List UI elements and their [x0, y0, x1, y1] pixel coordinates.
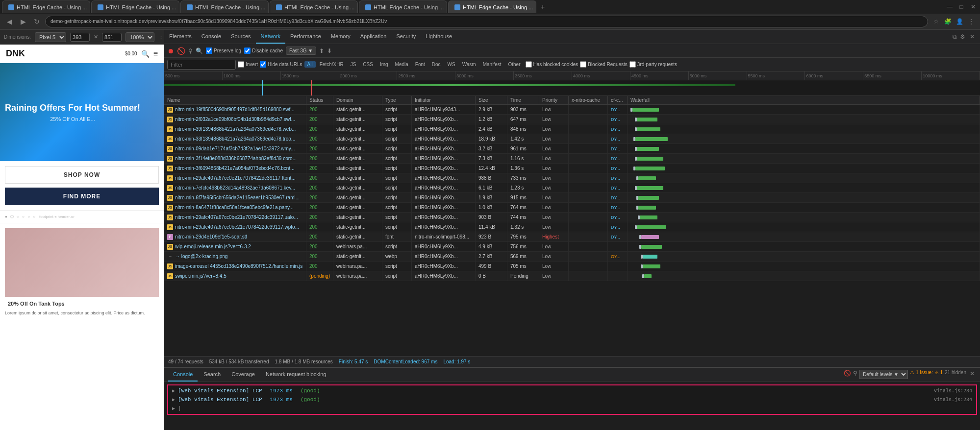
- col-header-status[interactable]: Status: [306, 96, 333, 104]
- address-bar[interactable]: demo-getnitropack-main-ivailo.nitropack.…: [45, 16, 928, 27]
- console-close-button[interactable]: ✕: [968, 370, 976, 378]
- table-row[interactable]: JS image-carousel 4455cd138e2490e890f751…: [164, 262, 980, 271]
- col-header-domain[interactable]: Domain: [333, 96, 382, 104]
- shop-now-button[interactable]: SHOP NOW: [5, 166, 159, 184]
- console-message-2[interactable]: ▶ [Web Vitals Extension] LCP 1973 ms (go…: [168, 395, 976, 404]
- console-tab-console[interactable]: Console: [168, 368, 198, 382]
- invert-checkbox[interactable]: Invert: [238, 61, 258, 68]
- download-icon[interactable]: ⬇: [327, 48, 332, 54]
- console-message-1[interactable]: ▶ [Web Vitals Extension] LCP 1973 ms (go…: [168, 386, 976, 395]
- search-icon[interactable]: 🔍: [196, 48, 203, 54]
- console-clear-icon[interactable]: 🚫: [844, 370, 851, 379]
- type-css[interactable]: CSS: [360, 61, 376, 68]
- profile-icon[interactable]: 👤: [955, 17, 964, 26]
- table-row[interactable]: → → logo@2x-kracing.png 200 static-getni…: [164, 252, 980, 262]
- blocked-requests-input[interactable]: [580, 61, 586, 68]
- table-row[interactable]: JS nitro-min-33f1394868b421a7a264a07369e…: [164, 134, 980, 144]
- tab-close-4[interactable]: ✕: [357, 4, 358, 10]
- col-header-priority[interactable]: Priority: [539, 96, 569, 104]
- browser-tab-6[interactable]: HTML Edge Cache - Using ... ✕: [448, 0, 536, 13]
- third-party-checkbox[interactable]: 3rd-party requests: [629, 61, 677, 68]
- col-header-xnitro[interactable]: x-nitro-cache: [569, 96, 608, 104]
- console-source-1[interactable]: vitals.js:234: [934, 388, 972, 394]
- browser-tab-5[interactable]: HTML Edge Cache - Using ... ✕: [359, 0, 447, 13]
- tab-console[interactable]: Console: [197, 30, 226, 44]
- bookmark-icon[interactable]: ☆: [931, 17, 941, 26]
- menu-icon[interactable]: ≡: [153, 49, 158, 58]
- type-doc[interactable]: Doc: [429, 61, 444, 68]
- filter-toggle-icon[interactable]: ⚲: [188, 48, 193, 54]
- forward-button[interactable]: ▶: [18, 16, 28, 27]
- browser-tab-4[interactable]: HTML Edge Cache - Using ... ✕: [270, 0, 358, 13]
- table-row[interactable]: F nitro-min-29d4e109ef1e5-soar.stf 200 s…: [164, 232, 980, 242]
- devtools-dock-icon[interactable]: ⧉: [953, 33, 957, 40]
- devtools-close-button[interactable]: ✕: [968, 33, 976, 41]
- type-img[interactable]: Img: [377, 61, 391, 68]
- type-all[interactable]: All: [304, 61, 316, 68]
- col-header-cfc[interactable]: cf-c...: [608, 96, 628, 104]
- preserve-log-input[interactable]: [206, 48, 212, 54]
- table-row[interactable]: JS nitro-min-3f14ef8e088d336b668774ahb82…: [164, 154, 980, 164]
- zoom-selector[interactable]: 100%: [126, 32, 154, 42]
- extensions-icon[interactable]: 🧩: [943, 17, 953, 26]
- width-input[interactable]: [70, 33, 90, 42]
- type-ws[interactable]: WS: [445, 61, 458, 68]
- hide-data-urls-input[interactable]: [260, 61, 266, 68]
- tab-sources[interactable]: Sources: [226, 30, 255, 44]
- devtools-settings-icon[interactable]: ⚙: [960, 33, 965, 40]
- third-party-input[interactable]: [629, 61, 636, 68]
- col-header-type[interactable]: Type: [382, 96, 412, 104]
- table-row[interactable]: JS nitro-min-8a6471f88ca8c58a1fcea05ebc9…: [164, 203, 980, 213]
- record-button[interactable]: ⏺: [167, 47, 174, 55]
- disable-cache-input[interactable]: [244, 48, 251, 54]
- tab-network[interactable]: Network: [256, 30, 285, 44]
- find-more-button[interactable]: FIND MORE: [5, 188, 159, 205]
- table-row[interactable]: JS nitro-min-6f7fa95f5cbr656da2e115eaer1…: [164, 193, 980, 203]
- console-tab-blocking[interactable]: Network request blocking: [261, 368, 331, 382]
- table-row[interactable]: JS nitro-min-3f6094868b421e7a054af073ebc…: [164, 164, 980, 173]
- back-button[interactable]: ◀: [4, 16, 15, 27]
- new-tab-button[interactable]: +: [537, 1, 548, 12]
- col-header-size[interactable]: Size: [476, 96, 507, 104]
- type-fetch-xhr[interactable]: Fetch/XHR: [317, 61, 347, 68]
- table-row[interactable]: JS nitro-min-29afc407a67cc0be21e7078422d…: [164, 222, 980, 232]
- blocked-cookies-checkbox[interactable]: Has blocked cookies: [526, 61, 578, 68]
- type-manifest[interactable]: Manifest: [480, 61, 504, 68]
- tab-close-6[interactable]: ✕: [536, 4, 536, 10]
- type-other[interactable]: Other: [505, 61, 523, 68]
- tab-elements[interactable]: Elements: [164, 30, 197, 44]
- refresh-button[interactable]: ↻: [31, 16, 42, 27]
- table-row[interactable]: JS wip-emoji-release.min.js?ver=6.3.2 20…: [164, 242, 980, 252]
- col-header-name[interactable]: Name: [164, 96, 306, 104]
- settings-icon[interactable]: ⋮: [966, 17, 976, 26]
- type-wasm[interactable]: Wasm: [459, 61, 479, 68]
- type-font[interactable]: Font: [412, 61, 428, 68]
- browser-tab-3[interactable]: HTML Edge Cache - Using ... ✕: [180, 0, 269, 13]
- maximize-button[interactable]: □: [956, 2, 966, 12]
- table-row[interactable]: JS nitro-min-29afc407a67cc0be21e7078422d…: [164, 213, 980, 222]
- table-row[interactable]: JS nitro-min-29afc407a67cc0e21e7078422dc…: [164, 173, 980, 183]
- throttle-select[interactable]: Fast 3G ▼: [286, 47, 316, 55]
- col-header-time[interactable]: Time: [507, 96, 539, 104]
- type-media[interactable]: Media: [392, 61, 411, 68]
- tab-memory[interactable]: Memory: [326, 30, 355, 44]
- console-source-2[interactable]: vitals.js:234: [934, 397, 972, 403]
- table-row[interactable]: JS nitro-min-09dab1e7174af3cb7d3f2a1ae10…: [164, 144, 980, 154]
- table-row[interactable]: JS nitro-min-39f1394868b421a7a264a07369e…: [164, 124, 980, 134]
- height-input[interactable]: [102, 33, 122, 42]
- upload-icon[interactable]: ⬆: [319, 48, 324, 54]
- tab-close-1[interactable]: ✕: [90, 4, 90, 10]
- table-row[interactable]: JS nitro-min-2f032a1ce09bf06bf04b1d30fb9…: [164, 115, 980, 124]
- browser-tab-1[interactable]: HTML Edge Cache - Using ... ✕: [2, 0, 90, 13]
- console-tab-search[interactable]: Search: [199, 368, 226, 382]
- console-filter-icon[interactable]: ⚲: [853, 370, 857, 379]
- table-row[interactable]: JS nitro-min-7efcfc463b823d14a48932ae7da…: [164, 183, 980, 193]
- close-window-button[interactable]: ✕: [968, 2, 978, 12]
- console-message-3[interactable]: ▶ |: [168, 404, 976, 413]
- browser-tab-2[interactable]: HTML Edge Cache - Using ... ✕: [91, 0, 179, 13]
- tab-performance[interactable]: Performance: [285, 30, 326, 44]
- search-icon[interactable]: 🔍: [141, 50, 150, 58]
- col-header-initiator[interactable]: Initiator: [412, 96, 476, 104]
- type-js[interactable]: JS: [348, 61, 359, 68]
- disable-cache-checkbox[interactable]: Disable cache: [244, 48, 283, 54]
